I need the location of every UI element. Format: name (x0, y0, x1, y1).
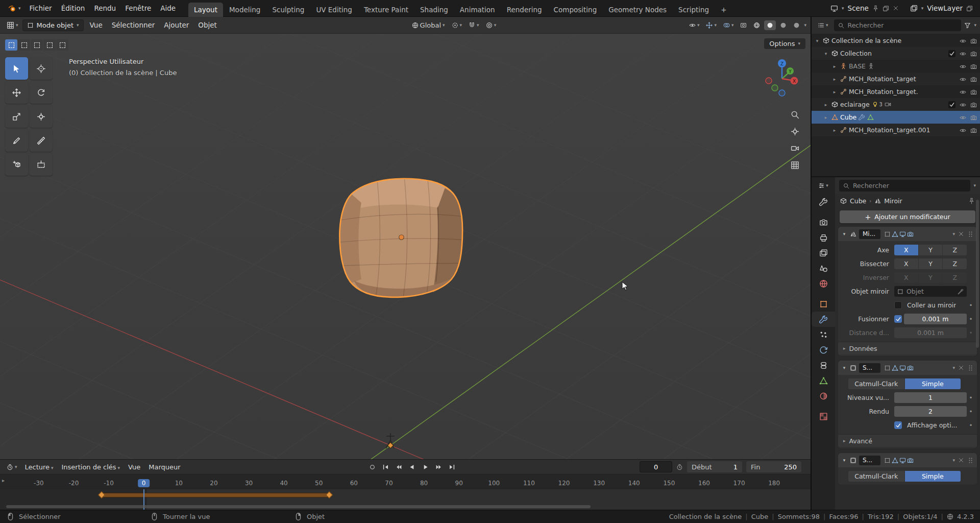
workspace-tab-animation[interactable]: Animation (454, 3, 501, 17)
subdivision-type-simple-button[interactable]: Simple (905, 378, 961, 389)
properties-editor-type-button[interactable]: ▾ (812, 177, 835, 194)
pan-hand-icon[interactable] (791, 127, 799, 136)
viewport-menu-objet[interactable]: Objet (193, 19, 222, 31)
drag-handle-icon[interactable] (967, 457, 974, 464)
workspace-tab-layout[interactable]: Layout (188, 3, 223, 17)
mode-dropdown[interactable]: Mode objet ▾ (22, 19, 84, 31)
properties-tab-particles[interactable] (812, 327, 835, 342)
properties-tab-physics[interactable] (812, 342, 835, 358)
disclosure-open-icon[interactable]: ▾ (822, 51, 829, 56)
cage-display-toggle[interactable] (892, 365, 898, 371)
overlays-toggle[interactable]: ▾ (721, 20, 737, 30)
select-invert-button[interactable] (43, 39, 56, 51)
viewport-menu-vue[interactable]: Vue (85, 19, 107, 31)
extras-chevron-icon[interactable]: ▾ (952, 232, 955, 236)
tool-select-box[interactable] (5, 57, 28, 80)
viewport-menu-selectionner[interactable]: Sélectionner (107, 19, 160, 31)
gizmos-toggle[interactable]: ▾ (703, 20, 719, 30)
cage-display-toggle[interactable] (892, 457, 898, 464)
editor-type-button[interactable]: ▾ (4, 20, 21, 31)
animate-dot[interactable]: • (967, 394, 975, 401)
hide-in-viewport-toggle[interactable] (960, 88, 966, 96)
orientation-dropdown[interactable]: Global ▾ (409, 20, 448, 31)
expand-arrow-icon[interactable]: ▸ (2, 478, 5, 483)
play-button[interactable] (419, 462, 431, 472)
add-modifier-button[interactable]: + Ajouter un modificateur (840, 210, 975, 223)
xray-toggle[interactable] (738, 20, 749, 30)
previous-keyframe-button[interactable] (393, 462, 405, 472)
play-reverse-button[interactable] (406, 462, 418, 472)
mirror-axis-y-button[interactable]: Y (919, 245, 943, 255)
advanced-subpanel[interactable]: ▸ Avancé (838, 434, 977, 447)
realtime-display-toggle[interactable] (899, 365, 906, 371)
collapse-chevron-icon[interactable]: ▾ (841, 365, 847, 370)
disable-in-renders-toggle[interactable] (970, 88, 977, 96)
timeline-menu-insertion-de-cles[interactable]: Insertion de clés ▾ (57, 462, 124, 472)
workspace-tab-scripting[interactable]: Scripting (673, 3, 715, 17)
hide-in-viewport-toggle[interactable] (960, 37, 966, 44)
shading-solid-button[interactable] (764, 20, 776, 30)
menu-aide[interactable]: Aide (156, 2, 180, 14)
disclosure-closed-icon[interactable]: ▸ (831, 128, 838, 133)
breadcrumb-modifier[interactable]: Miroir (884, 197, 902, 205)
tool-transform[interactable] (30, 105, 53, 128)
hide-in-viewport-toggle[interactable] (960, 126, 966, 134)
timeline-track[interactable] (0, 489, 811, 510)
merge-checkbox[interactable] (894, 315, 902, 323)
zoom-icon[interactable] (791, 110, 799, 119)
collection-checkbox[interactable] (948, 101, 955, 108)
properties-tab-texture[interactable] (812, 409, 835, 424)
workspace-tab-compositing[interactable]: Compositing (548, 3, 603, 17)
proportional-edit-dropdown[interactable]: ▾ (483, 20, 499, 30)
close-icon[interactable] (958, 365, 964, 371)
current-frame-badge[interactable]: 0 (138, 479, 150, 487)
realtime-display-toggle[interactable] (899, 457, 906, 464)
menu-rendu[interactable]: Rendu (89, 2, 120, 14)
edit-mode-display-toggle[interactable] (884, 365, 891, 371)
subsurf-panel-header[interactable]: ▾ S... ▾ (838, 361, 977, 375)
collection-checkbox[interactable] (948, 50, 955, 57)
disable-in-renders-toggle[interactable] (970, 113, 977, 121)
select-intersect-button[interactable] (56, 39, 68, 51)
levels-render-field[interactable]: 2 (894, 406, 967, 417)
current-frame-field[interactable]: 0 (640, 461, 672, 472)
animate-dot[interactable]: • (967, 422, 975, 429)
disclosure-closed-icon[interactable]: ▸ (822, 102, 829, 107)
tool-scale[interactable] (5, 105, 28, 128)
workspace-tab-modeling[interactable]: Modeling (224, 3, 266, 17)
properties-tab-output[interactable] (812, 230, 835, 245)
extras-chevron-icon[interactable]: ▾ (952, 458, 955, 463)
data-subpanel[interactable]: ▸ Données (838, 342, 977, 354)
keyframe-range-bar[interactable] (102, 493, 329, 497)
outliner-row-mch-rotation-target-001[interactable]: ▸MCH_Rotation_target.001 (812, 124, 980, 136)
mirror-bisect-y-button[interactable]: Y (919, 258, 943, 269)
hide-in-viewport-toggle[interactable] (960, 101, 966, 108)
disclosure-open-icon[interactable]: ▾ (814, 38, 821, 43)
levels-viewport-field[interactable]: 1 (894, 392, 967, 403)
tool-measure[interactable] (30, 129, 53, 152)
shading-wireframe-button[interactable] (751, 20, 763, 30)
tool-move[interactable] (5, 81, 28, 104)
chevron-down-icon[interactable]: ▾ (974, 23, 976, 28)
timeline-scrollbar[interactable] (6, 505, 591, 508)
disable-in-renders-toggle[interactable] (970, 62, 977, 70)
outliner-row-base[interactable]: ▸BASE (812, 60, 980, 73)
close-icon[interactable] (958, 231, 964, 237)
outliner-row-cube[interactable]: ▸Cube (812, 111, 980, 124)
select-subtract-button[interactable] (31, 39, 43, 51)
properties-search-input[interactable]: Rechercher (839, 180, 970, 192)
breadcrumb-object[interactable]: Cube (850, 197, 866, 205)
timeline-editor-type-button[interactable]: ▾ (4, 462, 20, 472)
realtime-display-toggle[interactable] (899, 231, 906, 237)
shading-chevron-icon[interactable]: ▾ (804, 23, 806, 28)
drag-handle-icon[interactable] (967, 365, 974, 371)
mirror-bisect-x-button[interactable]: X (894, 258, 918, 269)
subdivision-type-catmull-clark-button[interactable]: Catmull-Clark (848, 378, 904, 389)
hide-in-viewport-toggle[interactable] (960, 62, 966, 70)
frame-end-field[interactable]: Fin 250 (746, 461, 801, 472)
workspace-tab-uv-editing[interactable]: UV Editing (310, 3, 357, 17)
viewport-3d[interactable]: Perspective Utilisateur (0) Collection d… (0, 34, 811, 459)
stopwatch-icon[interactable] (676, 464, 683, 470)
disclosure-closed-icon[interactable]: ▸ (831, 89, 838, 94)
frame-start-field[interactable]: Début 1 (687, 461, 742, 472)
